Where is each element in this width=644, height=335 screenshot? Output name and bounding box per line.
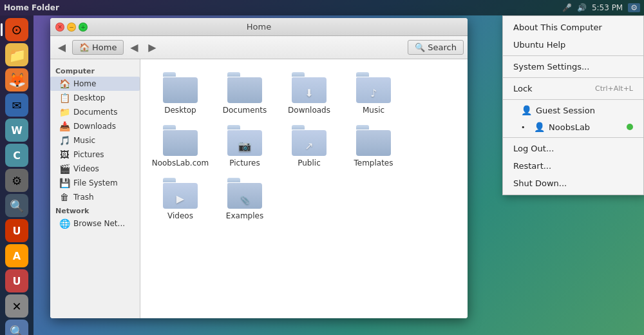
shutdown-label: Shut Down... — [513, 178, 567, 188]
file-item-examples[interactable]: 📎 Examples — [213, 173, 277, 225]
logout-label: Log Out... — [513, 144, 554, 153]
dock-item-firefox[interactable]: 🦊 — [3, 68, 30, 91]
templates-label: Templates — [354, 158, 393, 168]
sidebar-item-home[interactable]: 🏠 Home — [50, 77, 140, 91]
back-button[interactable]: ◀ — [126, 40, 142, 55]
examples-label: Examples — [226, 211, 263, 220]
downloads-folder-icon: ⬇ — [292, 72, 327, 103]
guest-user-icon: 👤 — [521, 105, 532, 115]
music-overlay-icon: ♪ — [370, 87, 377, 99]
file-item-public[interactable]: ↗ Public — [277, 120, 341, 173]
file-item-videos[interactable]: ▶ Videos — [148, 173, 213, 225]
menu-item-shutdown[interactable]: Shut Down... — [503, 175, 643, 192]
menu-item-about[interactable]: About This Computer — [503, 19, 643, 36]
menu-item-settings[interactable]: System Settings... — [503, 58, 643, 75]
dock-item-thunderbird[interactable]: ✉ — [3, 93, 30, 117]
sidebar-item-desktop[interactable]: 📋 Desktop — [50, 91, 140, 105]
sidebar-item-browsenet[interactable]: 🌐 Browse Net... — [50, 216, 140, 231]
microphone-icon[interactable]: 🎤 — [562, 3, 572, 12]
sidebar-home-label: Home — [73, 79, 96, 88]
files-icon: 📁 — [5, 43, 28, 66]
videos-overlay-icon: ▶ — [176, 193, 184, 205]
public-label: Public — [298, 158, 321, 168]
dock-item-libreoffice-w[interactable]: W — [3, 119, 30, 142]
sidebar-item-music[interactable]: 🎵 Music — [50, 133, 140, 148]
file-item-music[interactable]: ♪ Music — [341, 67, 406, 120]
menu-item-restart[interactable]: Restart... — [503, 157, 643, 175]
minimize-button[interactable]: − — [67, 23, 76, 32]
dock-item-app3[interactable]: 🔍 — [3, 320, 30, 335]
file-item-downloads[interactable]: ⬇ Downloads — [277, 67, 341, 120]
sidebar-desktop-label: Desktop — [73, 93, 106, 102]
app2-icon: ✕ — [5, 294, 28, 318]
examples-folder-icon: 📎 — [227, 178, 262, 209]
menu-item-guest-session[interactable]: 👤 Guest Session — [503, 102, 643, 119]
pictures-sidebar-icon: 🖼 — [59, 149, 70, 160]
dock-item-settings[interactable]: ⚙ — [3, 169, 30, 192]
videos-folder-icon: ▶ — [163, 178, 198, 209]
file-item-documents[interactable]: Documents — [213, 67, 277, 120]
sidebar-section-computer: Computer — [50, 64, 140, 77]
application-dock: ⊙ 📁 🦊 ✉ W C ⚙ 🔍 U A U ✕ 🔍 ✕ — [0, 15, 33, 335]
sidebar-videos-label: Videos — [73, 164, 99, 173]
forward-button[interactable]: ▶ — [144, 40, 160, 55]
downloads-overlay-icon: ⬇ — [305, 87, 313, 99]
file-item-templates[interactable]: Templates — [341, 120, 406, 173]
dock-item-app1[interactable]: U — [3, 269, 30, 292]
libreoffice-calc-icon: C — [5, 144, 28, 167]
lock-label: Lock — [513, 84, 533, 93]
amazon-icon: A — [5, 244, 28, 267]
sidebar-item-documents[interactable]: 📁 Documents — [50, 105, 140, 119]
dock-item-amazon[interactable]: A — [3, 244, 30, 267]
desktop-label: Desktop — [164, 106, 196, 115]
files-area: Desktop Documents ⬇ Downloads — [140, 59, 468, 318]
noobslab-label: NoobsLab.com — [152, 158, 209, 168]
sidebar-toggle-button[interactable]: ◀ — [54, 40, 70, 55]
dock-item-ubuntu2[interactable]: U — [3, 219, 30, 242]
documents-label: Documents — [223, 106, 267, 115]
dock-item-ubuntu[interactable]: ⊙ — [3, 18, 30, 41]
menu-item-lock[interactable]: Lock Ctrl+Alt+L — [503, 80, 643, 97]
pictures-overlay-icon: 📷 — [238, 140, 251, 152]
dock-item-app2[interactable]: ✕ — [3, 294, 30, 318]
window-controls: ✕ − + — [55, 23, 88, 32]
public-overlay-icon: ↗ — [305, 140, 313, 152]
sidebar-item-videos[interactable]: 🎬 Videos — [50, 162, 140, 176]
guest-label: Guest Session — [536, 106, 595, 115]
ubuntu2-icon: U — [5, 219, 28, 242]
sidebar-item-downloads[interactable]: 📥 Downloads — [50, 119, 140, 133]
menu-separator-1 — [503, 55, 643, 56]
file-manager-window: ✕ − + Home ◀ 🏠 Home ◀ ▶ 🔍 Search Compute… — [50, 18, 468, 318]
window-titlebar: ✕ − + Home — [50, 18, 468, 36]
music-folder-icon: ♪ — [356, 72, 391, 103]
sidebar-item-trash[interactable]: 🗑 Trash — [50, 190, 140, 204]
sidebar-music-label: Music — [73, 136, 95, 145]
menu-item-help[interactable]: Ubuntu Help — [503, 36, 643, 53]
ubuntu-icon: ⊙ — [5, 18, 28, 41]
dock-item-libreoffice-c[interactable]: C — [3, 144, 30, 167]
dock-item-search[interactable]: 🔍 — [3, 194, 30, 217]
pictures-folder-icon: 📷 — [227, 125, 262, 156]
sidebar-item-filesystem[interactable]: 💾 File System — [50, 176, 140, 190]
settings-label: System Settings... — [513, 62, 589, 72]
home-button[interactable]: 🏠 Home — [72, 40, 124, 55]
documents-folder-icon — [227, 72, 262, 103]
maximize-button[interactable]: + — [79, 23, 88, 32]
close-button[interactable]: ✕ — [55, 23, 64, 32]
desktop-sidebar-icon: 📋 — [59, 93, 70, 103]
file-item-desktop[interactable]: Desktop — [148, 67, 213, 120]
sidebar-item-pictures[interactable]: 🖼 Pictures — [50, 148, 140, 162]
menu-item-noobslab-user[interactable]: • 👤 NoobsLab — [503, 119, 643, 135]
music-sidebar-icon: 🎵 — [59, 135, 70, 146]
sidebar-pictures-label: Pictures — [73, 150, 104, 159]
home-sidebar-icon: 🏠 — [59, 79, 70, 89]
search-button[interactable]: 🔍 Search — [408, 40, 464, 55]
menu-item-logout[interactable]: Log Out... — [503, 140, 643, 157]
file-item-pictures[interactable]: 📷 Pictures — [213, 120, 277, 173]
file-item-noobslab[interactable]: NoobsLab.com — [148, 120, 213, 173]
app1-icon: U — [5, 269, 28, 292]
public-folder-icon: ↗ — [292, 125, 327, 156]
volume-icon[interactable]: 🔊 — [577, 3, 587, 12]
gear-menu-button[interactable]: ⚙ — [628, 3, 640, 12]
dock-item-files[interactable]: 📁 — [3, 43, 30, 66]
